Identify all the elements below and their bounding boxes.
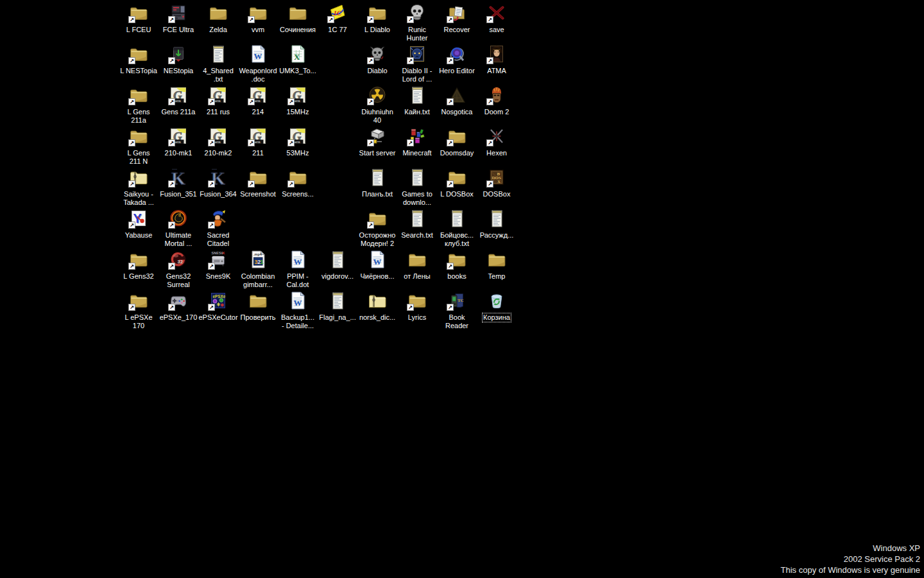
shortcut-arrow-icon: ↗ (208, 263, 215, 270)
fce-ultra-icon: ↗ (168, 3, 189, 23)
shortcut-arrow-icon: ↗ (168, 180, 175, 188)
shortcut-arrow-icon: ↗ (367, 139, 374, 146)
word-doc-icon: W (287, 249, 308, 270)
svg-text:ens: ens (215, 140, 221, 144)
notepad-icon (327, 290, 348, 311)
shortcut-arrow-icon: ↗ (128, 263, 135, 270)
icon-label: от Лены (403, 272, 431, 281)
desktop-icon[interactable]: ↗Hexen (472, 126, 521, 157)
notepad-icon (407, 167, 427, 188)
desktop-icon[interactable]: Рассужд... (472, 208, 521, 240)
desktop-icon[interactable]: Корзина (472, 290, 521, 322)
icon-label: Hexen (486, 149, 508, 157)
shortcut-arrow-icon: ↗ (447, 16, 454, 23)
svg-text:32: 32 (178, 259, 183, 265)
icon-label: ePSXeCutor (198, 313, 238, 322)
skull-icon: ↗ (407, 3, 427, 23)
folder-icon: ↗ (248, 167, 268, 188)
shortcut-arrow-icon: ↗ (367, 16, 374, 23)
umk3-icon: ↗ (168, 208, 189, 229)
svg-text:ens: ens (175, 99, 181, 103)
atma-icon: ↗ (486, 44, 507, 64)
icon-label: L Diablo (364, 26, 391, 34)
icon-label: Games to downlo... (401, 190, 433, 207)
folder-icon (486, 249, 507, 270)
notepad-icon (327, 249, 348, 270)
icon-label: Gens32 Surreal (166, 272, 192, 289)
desktop-icon[interactable]: G ens↗53MHz (273, 126, 322, 157)
icon-label: NEStopia (163, 67, 194, 75)
icon-label: Fusion_364 (199, 190, 237, 198)
folder-icon: ↗ (128, 3, 149, 23)
folder-icon (287, 3, 308, 23)
icon-label: Backup1... - Detaile... (280, 313, 315, 330)
folder-icon: ↗ (128, 85, 149, 105)
word-doc-icon: W (287, 290, 308, 311)
gens-icon: G ens↗ (168, 126, 189, 146)
icon-label: DOSBox (483, 190, 511, 198)
shortcut-arrow-icon: ↗ (168, 139, 175, 146)
icon-label: Book Reader (445, 313, 469, 330)
onec-icon: 1C↗ (327, 3, 348, 23)
icon-label: Flagi_na_... (318, 313, 356, 322)
icon-label: 1C 77 (327, 26, 347, 34)
desktop-icon[interactable]: ↗ATMA (472, 44, 521, 75)
gens-icon: G ens↗ (287, 126, 308, 146)
word-doc-icon: W (248, 44, 268, 64)
icon-label: Diablo (366, 67, 388, 75)
icon-label: 210-mk1 (164, 149, 193, 157)
icon-label: L Gens32 (123, 272, 154, 281)
desktop-icon[interactable]: ↗save (472, 3, 521, 34)
folder-icon: ↗ (367, 3, 388, 23)
shortcut-arrow-icon: ↗ (248, 180, 255, 188)
icon-label: Recover (443, 26, 471, 34)
shortcut-arrow-icon: ↗ (128, 16, 135, 23)
desktop-icon[interactable]: G ens↗15MHz (273, 85, 322, 116)
hexen-icon: ↗ (486, 126, 507, 146)
icon-label: Lyrics (407, 313, 427, 322)
icon-label: Minecraft (402, 149, 432, 157)
icon-label: 211 (252, 149, 264, 157)
gens-icon: G ens↗ (208, 85, 228, 105)
svg-text:1: 1 (261, 259, 264, 265)
shortcut-arrow-icon: ↗ (208, 98, 215, 105)
shortcut-arrow-icon: ↗ (367, 98, 374, 105)
shortcut-arrow-icon: ↗ (168, 222, 175, 229)
shortcut-arrow-icon: ↗ (128, 98, 135, 105)
icon-label: L NESTopia (119, 67, 158, 75)
shortcut-arrow-icon: ↗ (168, 57, 175, 64)
shortcut-arrow-icon: ↗ (486, 57, 493, 64)
gens32-icon: 32 ↗ (168, 249, 189, 270)
svg-text:SNES9: SNES9 (212, 251, 223, 255)
shortcut-arrow-icon: ↗ (447, 139, 454, 146)
icon-label: Doomsday (440, 149, 475, 157)
desktop-icon[interactable]: XUMK3_To... (273, 44, 322, 75)
mp4-doc-icon: .mp4 3 2 1 (248, 249, 268, 270)
desktop-icon[interactable]: Temp (472, 249, 521, 281)
icon-label: Корзина (483, 313, 511, 322)
desktop-icon[interactable]: ↗Sacred Citadel (194, 208, 243, 248)
icon-label: Бойцовс... клуб.txt (440, 231, 474, 248)
desktop-icon[interactable]: B DOS X↗DOSBox (472, 167, 521, 198)
book-reader-icon: TC ↗ (447, 290, 467, 311)
shortcut-arrow-icon: ↗ (407, 139, 414, 146)
icon-label: Gens 211a (160, 108, 196, 116)
desktop-icon[interactable]: ↗Screens... (273, 167, 322, 198)
folder-icon: ↗ (128, 126, 149, 146)
svg-text:ens: ens (295, 99, 300, 103)
desktop-icon[interactable]: ↗Doom 2 (472, 85, 521, 116)
desktop-background[interactable]: ↗L FCEU ↗FCE Ultra Zelda ↗vvm Сочинения … (0, 0, 924, 578)
svg-text:ens: ens (295, 140, 300, 144)
shortcut-arrow-icon: ↗ (128, 180, 135, 188)
svg-text:ens: ens (175, 140, 181, 144)
shortcut-arrow-icon: ↗ (168, 304, 175, 311)
shortcut-arrow-icon: ↗ (486, 98, 493, 105)
folder-icon: ↗ (447, 249, 467, 270)
watermark-genuine-notice: This copy of Windows is very genuine (781, 565, 920, 575)
save-x-icon: ↗ (486, 3, 507, 23)
svg-text:W: W (294, 257, 302, 267)
windows-watermark: Windows XP 2002 Service Pack 2 This copy… (781, 543, 920, 575)
shortcut-arrow-icon: ↗ (128, 222, 135, 229)
icon-label: Ultimate Mortal ... (164, 231, 193, 248)
svg-text:K: K (222, 251, 225, 255)
